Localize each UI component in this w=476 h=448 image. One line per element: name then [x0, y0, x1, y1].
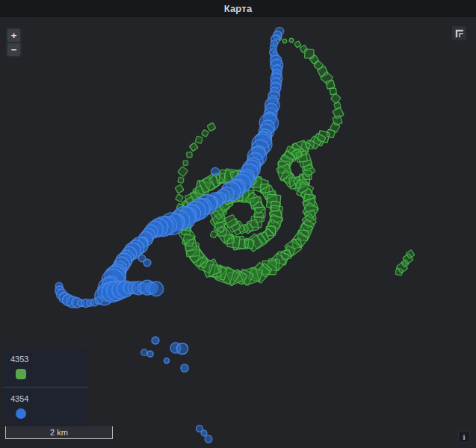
corner-icon: [454, 28, 464, 38]
attribution-button[interactable]: i: [458, 431, 470, 443]
panel-header[interactable]: Карта: [0, 0, 476, 17]
zoom-controls: + −: [6, 28, 22, 57]
map-panel: Карта + − 4353 4354 2 km i: [0, 0, 476, 448]
corner-tool-button[interactable]: [452, 26, 466, 40]
zoom-in-button[interactable]: +: [7, 29, 20, 42]
zoom-out-button[interactable]: −: [7, 43, 20, 56]
legend-entry-4353[interactable]: 4353: [10, 355, 81, 379]
panel-title: Карта: [224, 3, 253, 14]
legend-swatch-square: [16, 369, 26, 379]
legend-divider: [3, 387, 88, 388]
legend-series-label[interactable]: 4354: [10, 394, 81, 403]
legend-series-label[interactable]: 4353: [10, 355, 81, 364]
legend: 4353 4354: [3, 349, 88, 426]
legend-swatch-circle: [16, 408, 26, 419]
legend-entry-4354[interactable]: 4354: [10, 394, 81, 419]
scale-label: 2 km: [50, 428, 68, 437]
scale-bar: 2 km: [5, 426, 113, 439]
